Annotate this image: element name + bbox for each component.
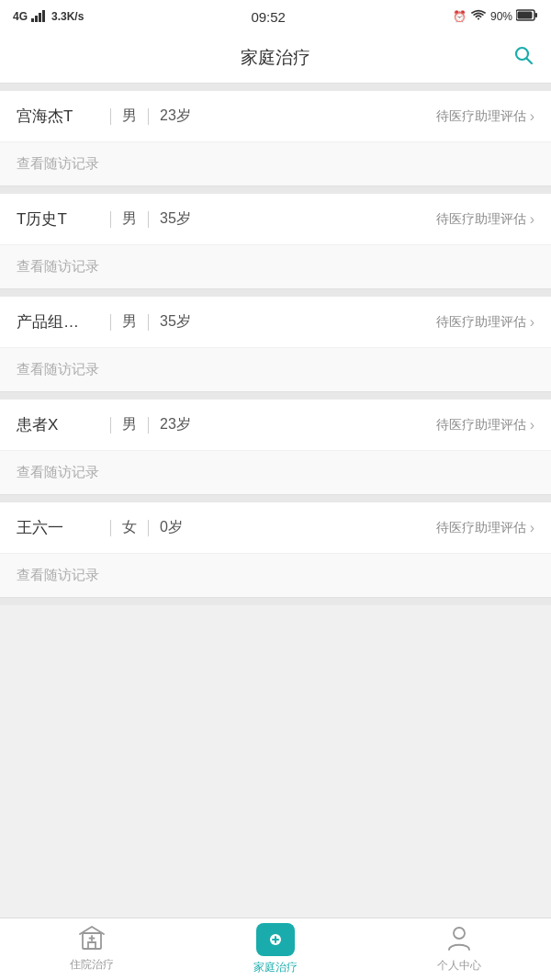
bottom-nav: 住院治疗 家庭治疗 个人中心 (0, 918, 551, 980)
patient-status-3: 待医疗助理评估 › (436, 417, 534, 434)
patient-status-text-1: 待医疗助理评估 (436, 211, 526, 228)
patient-status-2: 待医疗助理评估 › (436, 314, 534, 331)
nav-item-hospital[interactable]: 住院治疗 (0, 918, 184, 980)
follow-label-3: 查看随访记录 (17, 464, 99, 479)
patient-status-text-3: 待医疗助理评估 (436, 417, 526, 434)
patient-follow-row-3[interactable]: 查看随访记录 (0, 451, 551, 495)
patient-card-1: T历史T 男 35岁 待医疗助理评估 › 查看随访记录 (0, 194, 551, 289)
divider-0a (110, 108, 111, 125)
divider-1a (110, 211, 111, 228)
separator-bottom (0, 598, 551, 605)
patient-follow-row-2[interactable]: 查看随访记录 (0, 348, 551, 392)
patient-age-1: 35岁 (160, 209, 191, 229)
patient-age-0: 23岁 (160, 107, 191, 126)
signal-bars (31, 9, 48, 25)
chevron-icon-1: › (530, 211, 534, 228)
patient-status-1: 待医疗助理评估 › (436, 211, 534, 228)
battery-label: 90% (490, 10, 512, 23)
wifi-icon (470, 9, 487, 25)
battery-icon (516, 9, 538, 24)
patient-name-1: T历史T (17, 208, 99, 230)
status-left: 4G 3.3K/s (13, 9, 84, 25)
patient-gender-1: 男 (122, 209, 137, 229)
home-plus-icon (256, 923, 295, 956)
patient-follow-row-1[interactable]: 查看随访记录 (0, 245, 551, 289)
patient-gender-0: 男 (122, 107, 137, 126)
svg-line-8 (527, 59, 533, 64)
divider-0b (148, 108, 149, 125)
patient-card-2: 产品组… 男 35岁 待医疗助理评估 › 查看随访记录 (0, 297, 551, 392)
page-header: 家庭治疗 (0, 33, 551, 84)
divider-1b (148, 211, 149, 228)
separator-3 (0, 392, 551, 400)
status-time: 09:52 (251, 9, 286, 25)
nav-label-hospital: 住院治疗 (70, 957, 114, 973)
nav-label-home: 家庭治疗 (253, 960, 298, 975)
patient-info-row-3[interactable]: 患者X 男 23岁 待医疗助理评估 › (0, 400, 551, 451)
patient-age-4: 0岁 (160, 518, 183, 537)
svg-rect-2 (39, 13, 41, 22)
patient-status-text-4: 待医疗助理评估 (436, 520, 526, 536)
patient-status-text-2: 待医疗助理评估 (436, 314, 526, 331)
alarm-icon: ⏰ (453, 10, 467, 23)
svg-rect-6 (517, 12, 532, 19)
follow-label-2: 查看随访记录 (17, 361, 99, 377)
separator-0 (0, 84, 551, 91)
patient-age-2: 35岁 (160, 312, 191, 332)
hospital-icon (79, 926, 105, 953)
patient-age-3: 23岁 (160, 415, 191, 434)
patient-follow-row-0[interactable]: 查看随访记录 (0, 142, 551, 186)
patient-gender-3: 男 (122, 415, 137, 434)
divider-2a (110, 314, 111, 331)
patient-info-row-0[interactable]: 宫海杰T 男 23岁 待医疗助理评估 › (0, 91, 551, 142)
svg-rect-3 (42, 10, 45, 22)
separator-4 (0, 495, 551, 502)
patient-name-2: 产品组… (17, 311, 99, 332)
status-right: ⏰ 90% (453, 9, 538, 25)
svg-point-16 (454, 928, 465, 939)
signal-label: 4G (13, 10, 28, 23)
patient-info-row-4[interactable]: 王六一 女 0岁 待医疗助理评估 › (0, 502, 551, 554)
svg-rect-1 (35, 16, 38, 22)
patient-status-4: 待医疗助理评估 › (436, 520, 534, 536)
search-icon[interactable] (512, 44, 534, 72)
follow-label-0: 查看随访记录 (17, 155, 99, 171)
nav-item-profile[interactable]: 个人中心 (367, 918, 551, 980)
patient-name-3: 患者X (17, 414, 99, 435)
divider-3b (148, 417, 149, 434)
divider-4a (110, 520, 111, 536)
patient-list: 宫海杰T 男 23岁 待医疗助理评估 › 查看随访记录 T历史T 男 35岁 待… (0, 84, 551, 918)
patient-info-row-1[interactable]: T历史T 男 35岁 待医疗助理评估 › (0, 194, 551, 245)
patient-gender-2: 男 (122, 312, 137, 332)
page-title: 家庭治疗 (241, 46, 310, 70)
patient-info-row-2[interactable]: 产品组… 男 35岁 待医疗助理评估 › (0, 297, 551, 348)
svg-rect-0 (31, 18, 34, 22)
patient-card-4: 王六一 女 0岁 待医疗助理评估 › 查看随访记录 (0, 502, 551, 598)
patient-gender-4: 女 (122, 518, 137, 537)
follow-label-1: 查看随访记录 (17, 258, 99, 274)
network-speed: 3.3K/s (51, 10, 84, 23)
patient-card-0: 宫海杰T 男 23岁 待医疗助理评估 › 查看随访记录 (0, 91, 551, 186)
nav-item-home[interactable]: 家庭治疗 (184, 918, 367, 980)
patient-name-4: 王六一 (17, 517, 99, 538)
chevron-icon-2: › (530, 314, 534, 331)
nav-label-profile: 个人中心 (437, 958, 481, 974)
chevron-icon-3: › (530, 417, 534, 434)
patient-status-0: 待医疗助理评估 › (436, 108, 534, 125)
chevron-icon-4: › (530, 520, 534, 536)
separator-1 (0, 186, 551, 194)
patient-name-0: 宫海杰T (17, 106, 99, 127)
follow-label-4: 查看随访记录 (17, 567, 99, 582)
svg-rect-5 (534, 13, 537, 17)
status-bar: 4G 3.3K/s 09:52 ⏰ 90% (0, 0, 551, 33)
divider-2b (148, 314, 149, 331)
divider-3a (110, 417, 111, 434)
patient-status-text-0: 待医疗助理评估 (436, 108, 526, 125)
chevron-icon-0: › (530, 108, 534, 125)
divider-4b (148, 520, 149, 536)
patient-card-3: 患者X 男 23岁 待医疗助理评估 › 查看随访记录 (0, 400, 551, 495)
separator-2 (0, 289, 551, 297)
person-icon (447, 925, 471, 954)
patient-follow-row-4[interactable]: 查看随访记录 (0, 554, 551, 598)
